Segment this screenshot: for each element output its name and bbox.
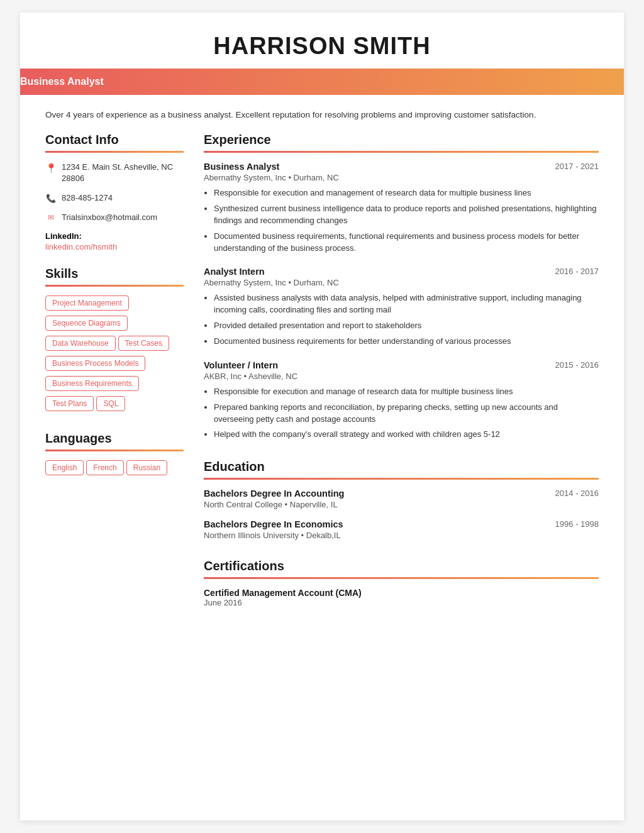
education-title: Education [204,460,599,474]
exp-bullet: Responsible for execution and management… [214,187,599,199]
exp-job-title: Analyst Intern [204,267,265,277]
resume-container: HARRISON SMITH Business Analyst Over 4 y… [20,13,624,820]
exp-bullet: Synthesized current business intelligenc… [214,203,599,227]
contact-section: Contact Info 📍 1234 E. Main St. Ashevill… [45,133,184,251]
exp-job-title: Volunteer / Intern [204,360,278,370]
location-icon: 📍 [45,162,57,174]
edu-degree: Bachelors Degree In Economics [204,519,343,529]
skill-tag: Sequence Diagrams [45,316,128,331]
exp-bullet: Documented business requirements for bet… [214,336,599,348]
certifications-title: Certifications [204,559,599,573]
experience-divider [204,151,599,153]
languages-divider [45,450,184,451]
summary-text: Over 4 years of experience as a business… [20,95,624,133]
skill-tag: Test Cases [118,336,169,351]
contact-title: Contact Info [45,133,184,147]
contact-phone: 📞 828-485-1274 [45,192,184,204]
skills-section: Skills Project ManagementSequence Diagra… [45,267,184,416]
candidate-title: Business Analyst [20,76,104,87]
cert-name: Certified Management Account (CMA) [204,588,599,598]
experience-item: Analyst Intern2016 - 2017Abernathy Syste… [204,267,599,347]
experience-section: Experience Business Analyst2017 - 2021Ab… [204,133,599,441]
exp-bullet: Prepared banking reports and reconciliat… [214,402,599,426]
languages-title: Languages [45,431,184,446]
experience-title: Experience [204,133,599,147]
exp-job-title: Business Analyst [204,162,279,172]
skill-tag: Business Process Models [45,356,145,371]
education-item: Bachelors Degree In Accounting2014 - 201… [204,488,599,509]
exp-bullet: Documented business requirements, functi… [214,231,599,255]
certifications-divider [204,577,599,579]
skills-divider [45,285,184,287]
email-icon: ✉ [45,212,57,224]
skill-tag: Project Management [45,295,129,311]
skills-tags: Project ManagementSequence DiagramsData … [45,295,184,416]
candidate-name: HARRISON SMITH [45,33,599,60]
right-column: Experience Business Analyst2017 - 2021Ab… [204,133,599,626]
experience-item: Business Analyst2017 - 2021Abernathy Sys… [204,162,599,254]
education-divider [204,478,599,480]
language-tags: EnglishFrenchRussian [45,460,184,480]
exp-bullet: Provided detailed presentation and repor… [214,320,599,332]
language-tag: Russian [126,460,167,475]
body: Contact Info 📍 1234 E. Main St. Ashevill… [20,133,624,651]
contact-divider [45,151,184,153]
education-item: Bachelors Degree In Economics1996 - 1998… [204,519,599,540]
skill-tag: SQL [96,396,125,411]
left-column: Contact Info 📍 1234 E. Main St. Ashevill… [45,133,184,626]
exp-company: Abernathy System, Inc • Durham, NC [204,278,599,287]
contact-email: ✉ Trialsinxbox@hotmail.com [45,212,184,224]
title-bar: Business Analyst [20,69,624,95]
languages-section: Languages EnglishFrenchRussian [45,431,184,480]
phone-icon: 📞 [45,193,57,204]
skill-tag: Test Plans [45,396,94,411]
education-items: Bachelors Degree In Accounting2014 - 201… [204,488,599,540]
edu-school: North Central College • Naperville, IL [204,500,599,509]
edu-degree: Bachelors Degree In Accounting [204,488,344,499]
skill-tag: Business Requirements [45,376,139,391]
exp-bullet: Assisted business analysts with data ana… [214,292,599,316]
edu-date: 2014 - 2016 [555,488,599,498]
language-tag: French [86,460,123,475]
cert-date: June 2016 [204,598,599,607]
contact-linkedin: LinkedIn: linkedin.com/hsmith [45,231,184,251]
contact-address: 📍 1234 E. Main St. Asheville, NC 28806 [45,162,184,184]
header: HARRISON SMITH [20,13,624,60]
language-tag: English [45,460,84,475]
certification-items: Certified Management Account (CMA)June 2… [204,588,599,607]
exp-company: Abernathy System, Inc • Durham, NC [204,173,599,182]
edu-school: Northern Illinois University • Dekalb,IL [204,531,599,540]
certification-item: Certified Management Account (CMA)June 2… [204,588,599,607]
skills-title: Skills [45,267,184,281]
exp-bullet: Responsible for execution and manage of … [214,386,599,398]
exp-company: AKBR, Inc • Asheville, NC [204,372,599,381]
edu-date: 1996 - 1998 [555,519,599,529]
exp-date: 2016 - 2017 [555,267,599,276]
certifications-section: Certifications Certified Management Acco… [204,559,599,607]
experience-items: Business Analyst2017 - 2021Abernathy Sys… [204,162,599,441]
experience-item: Volunteer / Intern2015 - 2016AKBR, Inc •… [204,360,599,441]
exp-date: 2015 - 2016 [555,360,599,370]
exp-date: 2017 - 2021 [555,162,599,171]
education-section: Education Bachelors Degree In Accounting… [204,460,599,540]
skill-tag: Data Warehouse [45,336,116,351]
exp-bullet: Helped with the company's overall strate… [214,429,599,441]
